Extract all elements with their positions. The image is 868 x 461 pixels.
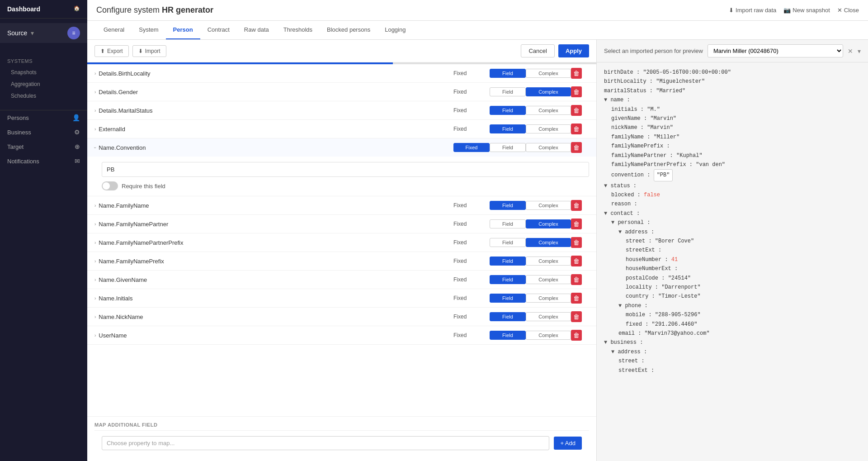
business-label: Business — [7, 129, 31, 136]
source-icon[interactable]: ≡ — [67, 27, 80, 39]
import-button[interactable]: ⬇ Import — [132, 45, 166, 57]
complex-type-button[interactable]: Complex — [526, 238, 571, 247]
complex-type-button[interactable]: Complex — [526, 87, 571, 96]
field-type-button[interactable]: Field — [490, 87, 526, 96]
chevron-icon[interactable]: › — [94, 222, 96, 227]
field-type-button[interactable]: Field — [490, 124, 526, 133]
import-raw-data-button[interactable]: ⬇ Import raw data — [729, 7, 776, 14]
fixed-value-input[interactable] — [102, 162, 589, 177]
cancel-button[interactable]: Cancel — [521, 44, 554, 57]
person-select[interactable]: Marvin Miller (00248670) — [708, 44, 843, 57]
complex-type-button[interactable]: Complex — [526, 143, 571, 152]
tree-toggle[interactable]: ▼ — [604, 339, 607, 346]
chevron-icon[interactable]: › — [94, 203, 96, 208]
delete-button[interactable]: 🗑 — [571, 200, 582, 211]
chevron-icon[interactable]: › — [94, 240, 96, 245]
delete-button[interactable]: 🗑 — [571, 68, 582, 79]
tab-system[interactable]: System — [132, 21, 165, 39]
chevron-icon[interactable]: › — [94, 277, 96, 282]
delete-button[interactable]: 🗑 — [571, 293, 582, 304]
export-button[interactable]: ⬆ Export — [94, 45, 129, 57]
field-type-button[interactable]: Field — [490, 201, 526, 210]
tree-node: ▼ contact : — [604, 209, 861, 218]
complex-type-button[interactable]: Complex — [526, 294, 571, 303]
delete-button[interactable]: 🗑 — [571, 330, 582, 341]
tab-logging[interactable]: Logging — [377, 21, 413, 39]
tree-toggle[interactable]: ▼ — [604, 97, 607, 103]
preview-expand-button[interactable]: ▾ — [858, 48, 861, 55]
chevron-icon[interactable]: › — [94, 314, 96, 319]
convention-value: "PB" — [654, 169, 673, 181]
field-type-button[interactable]: Field — [490, 219, 526, 228]
sidebar-item-aggregation[interactable]: Aggregation — [0, 78, 87, 90]
topbar-actions: ⬇ Import raw data 📷 New snapshot ✕ Close — [729, 7, 859, 14]
sidebar-item-persons[interactable]: Persons 👤 — [0, 110, 87, 125]
sidebar-item-target[interactable]: Target ⊕ — [0, 139, 87, 154]
property-select[interactable]: Choose property to map... — [102, 436, 549, 450]
field-type-button[interactable]: Field — [490, 106, 526, 115]
dashboard-logo[interactable]: Dashboard — [7, 5, 40, 13]
tab-blocked-persons[interactable]: Blocked persons — [320, 21, 377, 39]
tree-toggle[interactable]: ▼ — [618, 229, 622, 235]
sidebar-item-schedules[interactable]: Schedules — [0, 90, 87, 102]
complex-type-button[interactable]: Complex — [526, 124, 571, 133]
tab-person[interactable]: Person — [166, 21, 200, 39]
sidebar-source[interactable]: Source ▾ ≡ — [0, 23, 87, 43]
chevron-icon[interactable]: › — [94, 127, 96, 132]
tab-raw-data[interactable]: Raw data — [237, 21, 276, 39]
delete-button[interactable]: 🗑 — [571, 142, 582, 153]
complex-type-button[interactable]: Complex — [526, 106, 571, 115]
complex-type-button[interactable]: Complex — [526, 257, 571, 266]
tree-toggle[interactable]: ▼ — [604, 183, 607, 189]
complex-type-button[interactable]: Complex — [526, 219, 571, 228]
complex-type-button[interactable]: Complex — [526, 69, 571, 78]
sidebar-item-snapshots[interactable]: Snapshots — [0, 67, 87, 78]
delete-button[interactable]: 🗑 — [571, 105, 582, 116]
chevron-icon[interactable]: › — [94, 71, 96, 76]
close-button[interactable]: ✕ Close — [837, 7, 859, 14]
source-label-group: Source ▾ — [7, 29, 34, 37]
complex-type-button[interactable]: Complex — [526, 275, 571, 284]
field-type-button[interactable]: Field — [490, 238, 526, 247]
new-snapshot-button[interactable]: 📷 New snapshot — [783, 7, 830, 14]
delete-button[interactable]: 🗑 — [571, 124, 582, 134]
chevron-icon[interactable]: › — [93, 147, 98, 148]
chevron-icon[interactable]: › — [94, 259, 96, 264]
delete-button[interactable]: 🗑 — [571, 86, 582, 97]
sidebar-item-notifications[interactable]: Notifications ✉ — [0, 154, 87, 168]
fixed-type-button[interactable]: Fixed — [453, 143, 490, 152]
apply-button[interactable]: Apply — [558, 44, 589, 57]
tab-general[interactable]: General — [96, 21, 132, 39]
tree-toggle[interactable]: ▼ — [611, 349, 614, 355]
chevron-icon[interactable]: › — [94, 333, 96, 338]
delete-button[interactable]: 🗑 — [571, 219, 582, 229]
field-name: Name.GivenName — [99, 276, 147, 283]
delete-button[interactable]: 🗑 — [571, 256, 582, 266]
delete-button[interactable]: 🗑 — [571, 311, 582, 322]
tree-toggle[interactable]: ▼ — [604, 210, 607, 217]
field-type-button[interactable]: Field — [490, 331, 526, 340]
chevron-icon[interactable]: › — [94, 296, 96, 301]
field-type-button[interactable]: Field — [490, 275, 526, 284]
sidebar-item-business[interactable]: Business ⚙ — [0, 125, 87, 139]
complex-type-button[interactable]: Complex — [526, 312, 571, 321]
tree-node: familyNamePrefix : — [604, 142, 861, 151]
delete-button[interactable]: 🗑 — [571, 237, 582, 248]
complex-type-button[interactable]: Complex — [526, 331, 571, 340]
tab-contract[interactable]: Contract — [200, 21, 237, 39]
delete-button[interactable]: 🗑 — [571, 274, 582, 285]
field-type-button[interactable]: Field — [490, 143, 526, 152]
field-type-button[interactable]: Field — [490, 294, 526, 303]
field-type-button[interactable]: Field — [490, 69, 526, 78]
chevron-icon[interactable]: › — [94, 90, 96, 95]
preview-clear-button[interactable]: ✕ — [848, 48, 853, 55]
require-field-toggle[interactable] — [102, 181, 118, 190]
complex-type-button[interactable]: Complex — [526, 201, 571, 210]
tree-toggle[interactable]: ▼ — [618, 303, 622, 309]
add-field-button[interactable]: + Add — [554, 437, 582, 450]
tree-toggle[interactable]: ▼ — [611, 219, 614, 226]
tab-thresholds[interactable]: Thresholds — [276, 21, 320, 39]
chevron-icon[interactable]: › — [94, 108, 96, 113]
field-type-button[interactable]: Field — [490, 312, 526, 321]
field-type-button[interactable]: Field — [490, 257, 526, 266]
